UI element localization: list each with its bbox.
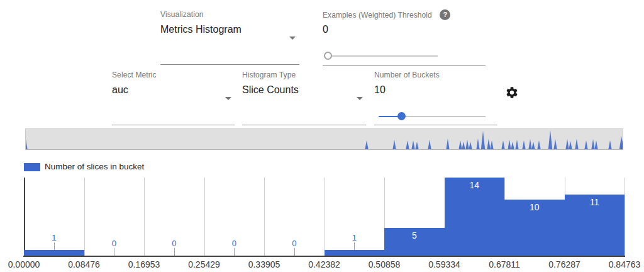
chevron-down-icon[interactable] bbox=[289, 37, 296, 40]
histogram-type-value: Slice Counts bbox=[242, 84, 366, 96]
annotation-stem bbox=[54, 242, 55, 250]
x-axis-line bbox=[23, 256, 625, 257]
bar-value-label: 5 bbox=[412, 230, 417, 241]
bar-value-label: 0 bbox=[172, 239, 176, 248]
field-underline bbox=[374, 125, 497, 125]
chevron-down-icon[interactable] bbox=[225, 97, 231, 100]
threshold-label: Examples (Weighted) Threshold bbox=[323, 11, 432, 20]
select-metric-dropdown[interactable]: Select Metric auc bbox=[112, 71, 235, 96]
x-tick-label: 0.16953 bbox=[128, 259, 160, 269]
bar-value-label: 10 bbox=[530, 202, 540, 212]
y-axis-line bbox=[24, 178, 25, 256]
x-tick-label: 0.76287 bbox=[548, 259, 580, 269]
x-tick-label: 0.84763 bbox=[609, 259, 641, 269]
bar-value-label: 0 bbox=[112, 239, 116, 248]
gridline bbox=[325, 178, 325, 256]
threshold-slider-thumb[interactable] bbox=[324, 52, 332, 60]
annotation-stem bbox=[354, 242, 355, 250]
visualization-dropdown[interactable]: Visualization Metrics Histogram bbox=[160, 10, 299, 36]
gridline bbox=[264, 178, 265, 256]
visualization-value: Metrics Histogram bbox=[160, 24, 299, 35]
metrics-histogram-panel: Visualization Metrics Histogram Examples… bbox=[0, 0, 644, 272]
histogram-type-dropdown[interactable]: Histogram Type Slice Counts bbox=[242, 71, 366, 96]
legend-label: Number of slices in bucket bbox=[45, 162, 144, 171]
num-buckets-slider-thumb[interactable] bbox=[397, 112, 406, 120]
visualization-label: Visualization bbox=[160, 10, 299, 19]
bar-value-label: 11 bbox=[590, 197, 599, 207]
gridline bbox=[144, 178, 145, 256]
gridline bbox=[204, 178, 205, 256]
field-underline bbox=[242, 125, 366, 125]
num-buckets-input[interactable]: 10 bbox=[374, 84, 497, 96]
x-tick-label: 0.33905 bbox=[248, 259, 280, 269]
x-tick-label: 0.59334 bbox=[428, 259, 460, 269]
slider-track[interactable] bbox=[324, 55, 438, 57]
x-tick-label: 0.08476 bbox=[68, 259, 100, 269]
x-tick-label: 0.25429 bbox=[188, 259, 220, 269]
bar-value-label: 14 bbox=[470, 180, 480, 190]
bar-value-label: 0 bbox=[292, 239, 296, 248]
bar-value-label: 1 bbox=[52, 233, 56, 242]
chevron-down-icon[interactable] bbox=[357, 97, 363, 100]
annotation-stem bbox=[234, 248, 235, 256]
examples-threshold-field[interactable]: Examples (Weighted) Threshold ? 0 bbox=[323, 9, 486, 36]
x-tick-label: 0.42382 bbox=[308, 259, 340, 269]
gridline bbox=[84, 178, 85, 256]
threshold-slider[interactable] bbox=[324, 52, 438, 60]
x-tick-label: 0.67811 bbox=[489, 259, 520, 269]
histogram-type-label: Histogram Type bbox=[242, 71, 366, 79]
slice-density-spikes bbox=[26, 129, 623, 149]
x-tick-label: 0.00000 bbox=[8, 259, 40, 269]
bar-value-label: 0 bbox=[232, 239, 236, 248]
annotation-stem bbox=[294, 248, 295, 256]
select-metric-label: Select Metric bbox=[112, 71, 235, 79]
num-buckets-slider[interactable] bbox=[379, 112, 486, 121]
histogram-bar[interactable] bbox=[325, 250, 385, 256]
field-underline bbox=[160, 64, 299, 65]
help-icon[interactable]: ? bbox=[440, 9, 450, 20]
x-tick-label: 0.50858 bbox=[369, 259, 401, 269]
gridline bbox=[625, 178, 625, 256]
select-metric-value: auc bbox=[112, 84, 235, 96]
num-buckets-field[interactable]: Number of Buckets 10 bbox=[374, 71, 497, 96]
threshold-input[interactable]: 0 bbox=[323, 24, 486, 35]
legend-color-swatch bbox=[24, 163, 40, 171]
field-underline bbox=[323, 65, 486, 66]
slice-overview-strip[interactable] bbox=[25, 128, 623, 150]
histogram-bar[interactable] bbox=[24, 250, 84, 256]
num-buckets-label: Number of Buckets bbox=[374, 71, 497, 79]
settings-gear-icon[interactable] bbox=[505, 86, 519, 99]
annotation-stem bbox=[114, 248, 114, 256]
field-underline bbox=[112, 125, 235, 125]
bar-value-label: 1 bbox=[352, 233, 357, 242]
annotation-stem bbox=[174, 248, 175, 256]
